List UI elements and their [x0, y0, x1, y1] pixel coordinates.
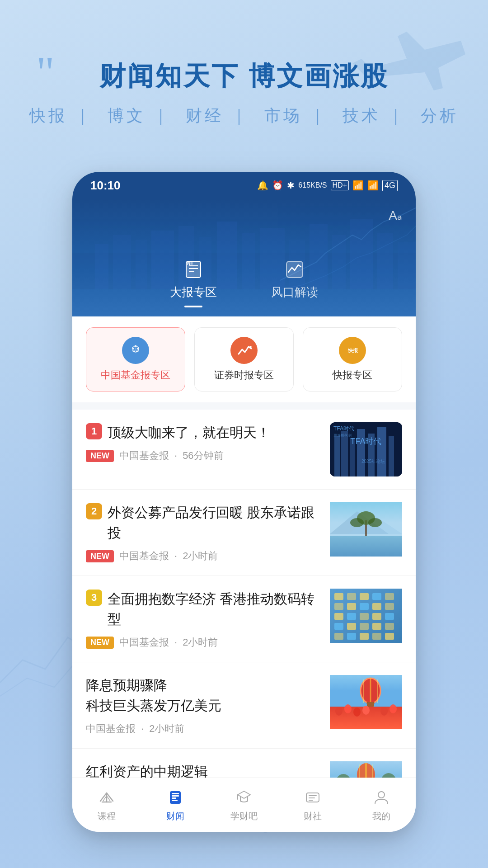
tab-fengkou[interactable]: 风口解读 [271, 258, 318, 307]
svg-rect-56 [372, 603, 381, 610]
nav-icon-caishe [303, 788, 323, 807]
svg-rect-34 [377, 427, 386, 476]
svg-point-83 [335, 707, 343, 716]
svg-rect-109 [172, 797, 176, 799]
tab-daibao-icon: N≡ [182, 258, 205, 281]
svg-rect-107 [172, 793, 179, 794]
svg-rect-51 [372, 593, 381, 600]
nav-item-kecheng[interactable]: 课程 [72, 778, 141, 832]
svg-rect-55 [360, 603, 369, 610]
tab-daibao[interactable]: N≡ 大报专区 [170, 258, 217, 307]
svg-rect-58 [334, 613, 343, 620]
news-meta-1: NEW 中国基金报 · 56分钟前 [86, 449, 321, 462]
svg-rect-40 [330, 536, 402, 557]
news-item-5-content: 红利资产的中期逻辑 placeholder [86, 761, 321, 778]
news-source-1: 中国基金报 [119, 449, 169, 462]
new-badge-1: NEW [86, 450, 114, 462]
news-title-4: 降息预期骤降科技巨头蒸发万亿美元 [86, 675, 221, 716]
status-icons: 🔔 ⏰ ✱ 615KB/S HD+ 📶 📶 4G [257, 180, 398, 191]
subtitle-bowen: 博文 [108, 106, 145, 125]
rank-badge-1: 1 [86, 423, 102, 439]
svg-point-87 [380, 707, 388, 716]
cat-label-kuaibao: 快报专区 [333, 368, 372, 382]
status-time: 10:10 [90, 179, 121, 193]
bluetooth-icon: ✱ [287, 180, 295, 191]
subtitle-kuaibao: 快报 [29, 106, 67, 125]
nav-label-xuecaiba: 学财吧 [230, 810, 258, 822]
news-item-2[interactable]: 2 外资公募产品发行回暖 股东承诺跟投 NEW 中国基金报 · 2小时前 [72, 490, 416, 576]
svg-rect-72 [385, 633, 394, 640]
svg-rect-70 [360, 633, 369, 640]
svg-text:TFA时代: TFA时代 [333, 425, 354, 432]
hero-section: 财闻知天下 博文画涨股 快报｜ 博文｜ 财经｜ 市场｜ 技术｜ 分析 [0, 59, 488, 127]
svg-rect-68 [334, 633, 343, 640]
wifi-icon: 📶 [352, 180, 364, 191]
nav-item-caijin[interactable]: 财闻 [141, 778, 210, 832]
content-scroll[interactable]: 基 中国基金报专区 证券时报专区 [72, 316, 416, 778]
nav-item-xuecaiba[interactable]: 学财吧 [210, 778, 278, 832]
category-jijin[interactable]: 基 中国基金报专区 [86, 327, 185, 392]
svg-rect-60 [360, 613, 369, 620]
svg-rect-63 [334, 623, 343, 630]
svg-rect-54 [347, 603, 356, 610]
svg-rect-65 [360, 623, 369, 630]
svg-rect-64 [347, 623, 356, 630]
news-source-4: 中国基金报 [86, 722, 136, 736]
svg-text:快报: 快报 [347, 348, 358, 353]
tab-daibao-label: 大报专区 [170, 284, 217, 300]
svg-point-84 [344, 704, 352, 713]
cat-icon-kuaibao: 快报 [339, 337, 366, 364]
nav-icon-xuecaiba [234, 788, 254, 807]
rank-badge-2: 2 [86, 503, 102, 519]
svg-rect-35 [389, 436, 394, 476]
news-title-5: 红利资产的中期逻辑 [86, 761, 208, 778]
news-item-3[interactable]: 3 全面拥抱数字经济 香港推动数码转型 NEW 中国基金报 · 2小时前 [72, 576, 416, 662]
news-image-4 [330, 675, 402, 729]
category-kuaibao[interactable]: 快报 快报专区 [303, 327, 402, 392]
nav-icon-caijin [165, 788, 185, 807]
news-image-1: TFA时代 股涨股落测 2025年论坛 [330, 422, 402, 476]
hd-badge: HD+ [331, 180, 349, 190]
new-badge-3: NEW [86, 637, 114, 649]
tab-fengkou-icon [283, 258, 306, 281]
news-title-row-4: 降息预期骤降科技巨头蒸发万亿美元 [86, 675, 321, 716]
hero-subtitle: 快报｜ 博文｜ 财经｜ 市场｜ 技术｜ 分析 [0, 105, 488, 127]
subtitle-caijing: 财经 [186, 106, 224, 125]
news-meta-3: NEW 中国基金报 · 2小时前 [86, 636, 321, 649]
news-image-3 [330, 589, 402, 643]
cat-label-jijin: 中国基金报专区 [101, 368, 170, 382]
font-size-button[interactable]: Aₐ [389, 208, 402, 223]
subtitle-fenxi: 分析 [421, 106, 459, 125]
news-time-1: 56分钟前 [183, 449, 223, 462]
app-header: Aₐ N≡ 大报专区 [72, 199, 416, 316]
news-item-5[interactable]: 红利资产的中期逻辑 placeholder [72, 749, 416, 778]
news-item-content: 1 顶级大咖来了，就在明天！ NEW 中国基金报 · 56分钟前 [86, 422, 321, 462]
news-image-5 [330, 761, 402, 778]
svg-rect-59 [347, 613, 356, 620]
news-item[interactable]: 1 顶级大咖来了，就在明天！ NEW 中国基金报 · 56分钟前 [72, 410, 416, 490]
svg-point-115 [378, 792, 385, 798]
svg-text:N≡: N≡ [187, 261, 193, 266]
signal-icon: 📶 [367, 180, 379, 191]
category-zhengquan[interactable]: 证券时报专区 [194, 327, 294, 392]
cat-icon-jijin: 基 [122, 337, 149, 364]
tab-fengkou-label: 风口解读 [271, 284, 318, 300]
nav-item-caishe[interactable]: 财社 [278, 778, 347, 832]
nav-icon-mine [371, 788, 391, 807]
svg-rect-67 [385, 623, 394, 630]
news-list: 1 顶级大咖来了，就在明天！ NEW 中国基金报 · 56分钟前 [72, 410, 416, 778]
dot-separator-3: · [174, 637, 177, 648]
svg-rect-29 [334, 436, 340, 476]
news-item-4[interactable]: 降息预期骤降科技巨头蒸发万亿美元 中国基金报 · 2小时前 [72, 662, 416, 749]
svg-point-46 [368, 518, 382, 527]
subtitle-jishu: 技术 [343, 106, 380, 125]
news-time-4: 2小时前 [149, 722, 184, 736]
news-item-2-content: 2 外资公募产品发行回暖 股东承诺跟投 NEW 中国基金报 · 2小时前 [86, 502, 321, 563]
dot-separator-2: · [174, 550, 177, 562]
header-tabs: N≡ 大报专区 风口解读 [72, 258, 416, 316]
news-title-row: 1 顶级大咖来了，就在明天！ [86, 422, 321, 443]
nav-item-mine[interactable]: 我的 [347, 778, 416, 832]
new-badge-2: NEW [86, 550, 114, 562]
news-meta-2: NEW 中国基金报 · 2小时前 [86, 549, 321, 563]
svg-rect-62 [385, 613, 394, 620]
